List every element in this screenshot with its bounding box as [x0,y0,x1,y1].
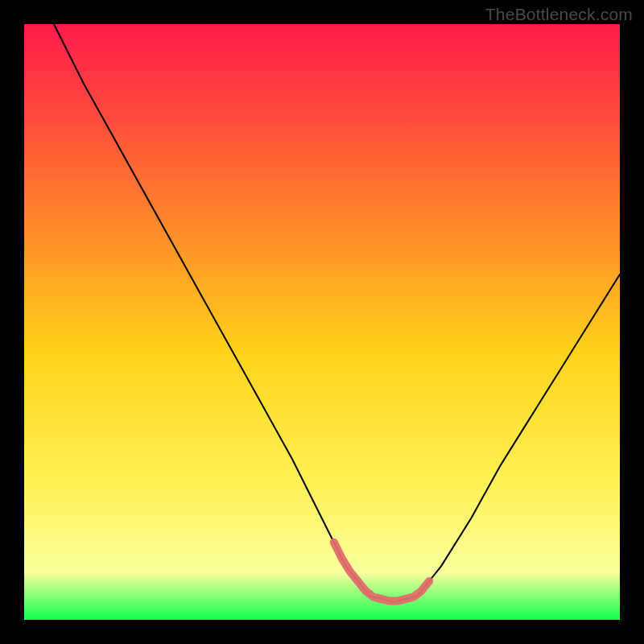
bottleneck-chart [24,24,620,620]
watermark-text: TheBottleneck.com [485,5,633,24]
plot-area [24,24,620,620]
gradient-background [24,24,620,620]
chart-frame: TheBottleneck.com [0,0,644,644]
